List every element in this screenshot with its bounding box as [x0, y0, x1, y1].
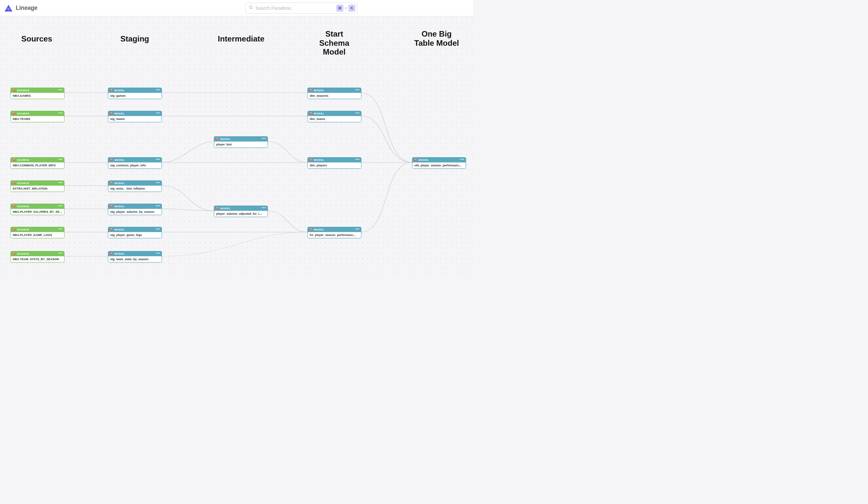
source-nba-player-game-logs[interactable]: SOURCE••• NBA.PLAYER_GAME_LOGS — [10, 227, 64, 238]
close-icon — [13, 228, 16, 231]
ellipsis-icon[interactable]: ••• — [355, 111, 360, 115]
model-stg-player-salaries[interactable]: MODEL••• stg_player_salaries_by_season — [108, 203, 162, 215]
model-dim-seasons[interactable]: MODEL••• dim_seasons — [308, 87, 361, 99]
paradime-logo-icon — [4, 4, 13, 12]
ellipsis-icon[interactable]: ••• — [355, 88, 360, 92]
model-fct-player-season-performance[interactable]: MODEL••• fct_player_season_performanc... — [308, 227, 361, 238]
node-label: fct_player_season_performanc... — [308, 232, 361, 238]
search-shortcut: ⌘ + K — [336, 4, 355, 12]
model-stg-common-player-info[interactable]: MODEL••• stg_common_player_info — [108, 157, 162, 169]
model-obt-player-season-performance[interactable]: MODEL••• obt_player_season_performanc... — [412, 157, 466, 169]
model-stg-games[interactable]: MODEL••• stg_games — [108, 87, 162, 99]
ellipsis-icon[interactable]: ••• — [156, 204, 160, 208]
source-nba-team-stats[interactable]: SOURCE••• NBA.TEAM_STATS_BY_SEASON — [10, 251, 64, 262]
node-label: dim_players — [308, 162, 361, 168]
col-header-star: Start Schema Model — [310, 29, 359, 56]
source-extra-hist-inflation[interactable]: SOURCE••• EXTRA.HIST_INFLATION — [10, 180, 64, 192]
close-icon — [13, 89, 16, 92]
ellipsis-icon[interactable]: ••• — [355, 158, 360, 161]
ellipsis-icon[interactable]: ••• — [58, 251, 63, 255]
node-label: NBA.PLAYER_GAME_LOGS — [11, 232, 64, 238]
node-label: EXTRA.HIST_INFLATION — [11, 186, 64, 191]
ellipsis-icon[interactable]: ••• — [355, 227, 360, 231]
svg-line-1 — [252, 8, 253, 9]
logo: Lineage — [4, 4, 38, 12]
node-label: stg_team_stats_by_season — [108, 256, 162, 262]
model-dim-players[interactable]: MODEL••• dim_players — [308, 157, 361, 169]
search-box[interactable]: ⌘ + K — [245, 3, 358, 14]
col-header-obt: One Big Table Model — [414, 29, 459, 48]
node-label: dim_teams — [308, 116, 361, 122]
col-header-intermediate: Intermediate — [218, 34, 265, 43]
ellipsis-icon[interactable]: ••• — [262, 206, 266, 210]
close-icon — [110, 89, 113, 92]
search-icon — [249, 5, 254, 11]
node-label: player_bmi — [214, 141, 268, 147]
model-player-bmi[interactable]: MODEL••• player_bmi — [214, 136, 268, 148]
model-stg-teams[interactable]: MODEL••• stg_teams — [108, 111, 162, 122]
close-icon — [13, 182, 16, 185]
ellipsis-icon[interactable]: ••• — [156, 181, 160, 184]
node-label: stg_player_salaries_by_season — [108, 209, 162, 215]
kbd-cmd: ⌘ — [336, 4, 343, 12]
node-label: stg_common_player_info — [108, 162, 162, 168]
svg-point-0 — [249, 6, 252, 8]
model-stg-team-stats[interactable]: MODEL••• stg_team_stats_by_season — [108, 251, 162, 262]
node-label: stg_extra__hist_inflation — [108, 186, 162, 191]
close-icon — [13, 205, 16, 208]
close-icon — [110, 205, 113, 208]
close-icon — [310, 228, 313, 231]
ellipsis-icon[interactable]: ••• — [156, 88, 160, 92]
close-icon — [310, 112, 313, 115]
ellipsis-icon[interactable]: ••• — [156, 158, 160, 161]
kbd-k: K — [348, 4, 355, 12]
model-player-salaries-adjusted[interactable]: MODEL••• player_salaries_adjusted_for_i.… — [214, 206, 268, 217]
close-icon — [310, 89, 313, 92]
node-label: obt_player_season_performanc... — [412, 162, 466, 168]
ellipsis-icon[interactable]: ••• — [58, 111, 63, 115]
model-stg-extra-hist-inflation[interactable]: MODEL••• stg_extra__hist_inflation — [108, 180, 162, 192]
close-icon — [216, 207, 219, 210]
kbd-plus: + — [345, 6, 347, 10]
ellipsis-icon[interactable]: ••• — [156, 111, 160, 115]
close-icon — [110, 252, 113, 255]
close-icon — [13, 252, 16, 255]
source-nba-games[interactable]: SOURCE••• NBA.GAMES — [10, 87, 64, 99]
ellipsis-icon[interactable]: ••• — [58, 158, 63, 161]
ellipsis-icon[interactable]: ••• — [58, 88, 63, 92]
close-icon — [110, 158, 113, 161]
model-stg-player-game-logs[interactable]: MODEL••• stg_player_game_logs — [108, 227, 162, 238]
close-icon — [13, 158, 16, 161]
source-nba-player-salaries[interactable]: SOURCE••• NBA.PLAYER_SALARIES_BY_SE... — [10, 203, 64, 215]
ellipsis-icon[interactable]: ••• — [262, 137, 266, 140]
close-icon — [110, 228, 113, 231]
node-label: NBA.PLAYER_SALARIES_BY_SE... — [11, 209, 64, 215]
node-label: stg_teams — [108, 116, 162, 122]
source-nba-teams[interactable]: SOURCE••• NBA.TEAMS — [10, 111, 64, 122]
node-label: stg_player_game_logs — [108, 232, 162, 238]
node-label: NBA.GAMES — [11, 93, 64, 99]
topbar: Lineage ⌘ + K — [0, 0, 473, 16]
source-nba-common-player-info[interactable]: SOURCE••• NBA.COMMON_PLAYER_INFO — [10, 157, 64, 169]
lineage-canvas[interactable]: Sources Staging Intermediate Start Schem… — [0, 16, 473, 275]
node-label: NBA.TEAM_STATS_BY_SEASON — [11, 256, 64, 262]
close-icon — [414, 158, 417, 161]
close-icon — [110, 182, 113, 185]
ellipsis-icon[interactable]: ••• — [156, 227, 160, 231]
node-label: dim_seasons — [308, 93, 361, 99]
search-input[interactable] — [256, 6, 336, 11]
close-icon — [310, 158, 313, 161]
ellipsis-icon[interactable]: ••• — [460, 158, 464, 161]
model-dim-teams[interactable]: MODEL••• dim_teams — [308, 111, 361, 122]
node-label: stg_games — [108, 93, 162, 99]
node-label: player_salaries_adjusted_for_i... — [214, 211, 268, 217]
ellipsis-icon[interactable]: ••• — [156, 251, 160, 255]
app-title: Lineage — [16, 4, 38, 11]
ellipsis-icon[interactable]: ••• — [58, 227, 63, 231]
col-header-staging: Staging — [120, 34, 149, 43]
close-icon — [216, 138, 219, 140]
ellipsis-icon[interactable]: ••• — [58, 181, 63, 184]
close-icon — [13, 112, 16, 115]
ellipsis-icon[interactable]: ••• — [58, 204, 63, 208]
close-icon — [110, 112, 113, 115]
